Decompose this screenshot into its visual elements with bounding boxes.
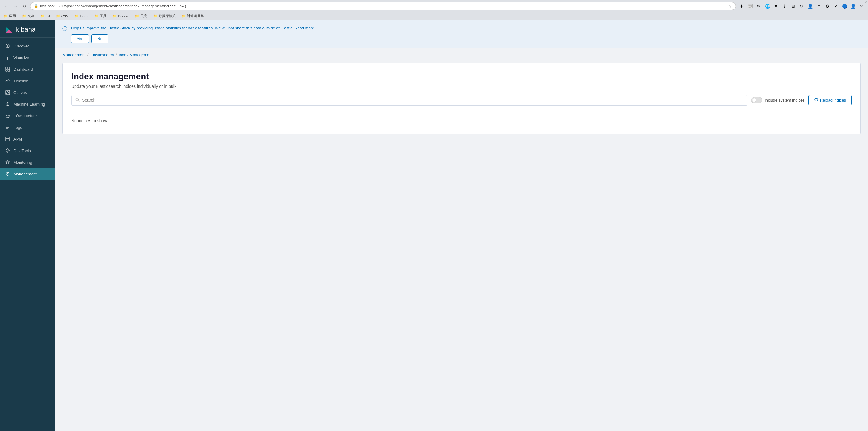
sidebar-item-label: Discover (13, 44, 29, 48)
extension-grid[interactable]: ⊞ (789, 2, 797, 10)
bookmark-apps[interactable]: 📁 应用 (2, 13, 17, 19)
sidebar-item-label: Canvas (13, 90, 27, 95)
bookmark-tools[interactable]: 📁 工具 (93, 13, 108, 19)
sidebar-item-machine-learning[interactable]: Machine Learning (0, 98, 55, 110)
forward-button[interactable]: → (11, 2, 19, 10)
folder-icon: 📁 (182, 14, 186, 18)
yes-button[interactable]: Yes (71, 34, 89, 43)
bookmark-js[interactable]: 📁 JS (39, 13, 51, 19)
extension-eye[interactable]: 👁 (755, 2, 763, 10)
toggle-switch[interactable] (751, 97, 762, 103)
no-indices-message: No indices to show (71, 116, 852, 125)
folder-icon: 📁 (113, 14, 117, 18)
sidebar-item-visualize[interactable]: Visualize (0, 52, 55, 63)
system-indices-toggle: ✕ Include system indices (751, 97, 805, 103)
bookmarks-bar: 📁 应用 📁 文档 📁 JS 📁 CSS 📁 Linux 📁 工具 📁 Dock… (0, 12, 868, 20)
svg-point-32 (76, 98, 79, 101)
svg-rect-5 (7, 57, 8, 60)
sidebar-item-logs[interactable]: Logs (0, 121, 55, 133)
sidebar-item-label: APM (13, 137, 22, 141)
extension-globe[interactable]: 🌐 (764, 2, 771, 10)
sidebar-item-apm[interactable]: APM (0, 133, 55, 145)
bookmark-label: Linux (80, 15, 88, 18)
bookmark-shell[interactable]: 📁 贝壳 (134, 13, 148, 19)
sidebar-item-label: Dev Tools (13, 148, 31, 153)
bookmark-label: 工具 (100, 14, 106, 18)
extension-blue[interactable]: 🔵 (840, 2, 848, 10)
breadcrumb-index-management[interactable]: Index Management (119, 53, 153, 57)
search-input[interactable] (82, 98, 744, 103)
folder-icon: 📁 (153, 14, 157, 18)
infrastructure-icon (5, 113, 10, 118)
visualize-icon (5, 55, 10, 60)
bookmark-network[interactable]: 📁 计算机网络 (181, 13, 205, 19)
sidebar-item-timelion[interactable]: Timelion (0, 75, 55, 87)
svg-point-20 (6, 149, 9, 152)
reload-icon (814, 98, 818, 103)
telemetry-banner: ⓘ Help us improve the Elastic Stack by p… (55, 20, 868, 48)
extension-settings[interactable]: ⚙ (823, 2, 831, 10)
sidebar-item-label: Infrastructure (13, 114, 37, 118)
svg-rect-9 (5, 69, 7, 71)
dev-tools-icon (5, 148, 10, 153)
svg-point-3 (7, 45, 8, 47)
logs-icon (5, 124, 10, 130)
no-button[interactable]: No (91, 34, 108, 43)
sidebar-item-label: Monitoring (13, 160, 32, 165)
extension-list[interactable]: ≡ (815, 2, 823, 10)
reload-browser-button[interactable]: ↻ (21, 2, 28, 10)
sidebar-item-canvas[interactable]: Canvas (0, 87, 55, 98)
back-button[interactable]: ← (2, 2, 10, 10)
folder-icon: 📁 (56, 14, 60, 18)
svg-rect-4 (5, 58, 6, 60)
sidebar-item-discover[interactable]: Discover (0, 40, 55, 52)
browser-extensions: ⬇ 📰 👁 🌐 ▼ ℹ ⊞ ⟳ 👤 ≡ ⚙ V 🔵 👤 ✕ (738, 2, 866, 10)
system-indices-label: Include system indices (765, 98, 805, 103)
extension-info[interactable]: ℹ (780, 2, 788, 10)
apm-icon (5, 136, 10, 142)
folder-icon: 📁 (74, 14, 79, 18)
sidebar-item-dev-tools[interactable]: Dev Tools (0, 145, 55, 156)
svg-rect-19 (5, 137, 10, 141)
search-box[interactable] (71, 95, 747, 106)
machine-learning-icon (5, 101, 10, 107)
app-container: kibana Discover (0, 20, 868, 431)
sidebar-item-infrastructure[interactable]: Infrastructure (0, 110, 55, 121)
bookmark-css[interactable]: 📁 CSS (55, 13, 70, 19)
sidebar-item-label: Machine Learning (13, 102, 45, 107)
extension-v[interactable]: V (832, 2, 840, 10)
bookmark-star-icon[interactable]: ☆ (728, 4, 732, 8)
url-text: localhost:5601/app/kibana#/management/el… (40, 4, 726, 8)
svg-rect-6 (8, 56, 9, 60)
breadcrumb-sep-1: / (88, 53, 88, 57)
bookmark-label: Docker (118, 15, 129, 18)
breadcrumb-elasticsearch[interactable]: Elasticsearch (90, 53, 114, 57)
extension-rss[interactable]: 📰 (746, 2, 754, 10)
sidebar-item-monitoring[interactable]: Monitoring (0, 156, 55, 168)
breadcrumb: Management / Elasticsearch / Index Manag… (55, 48, 868, 60)
sidebar-item-label: Visualize (13, 55, 29, 60)
svg-rect-10 (8, 69, 10, 71)
page-subtitle: Update your Elasticsearch indices indivi… (71, 84, 852, 89)
folder-icon: 📁 (4, 14, 8, 18)
svg-line-33 (78, 100, 80, 102)
bookmark-docker[interactable]: 📁 Docker (111, 13, 130, 19)
breadcrumb-management[interactable]: Management (62, 53, 86, 57)
sidebar-item-label: Logs (13, 125, 22, 130)
bookmark-docs[interactable]: 📁 文档 (21, 13, 35, 19)
extension-refresh[interactable]: ⟳ (798, 2, 806, 10)
sidebar-item-dashboard[interactable]: Dashboard (0, 63, 55, 75)
main-content: ⓘ Help us improve the Elastic Stack by p… (55, 20, 868, 431)
reload-indices-button[interactable]: Reload indices (808, 95, 852, 105)
extension-person[interactable]: 👤 (806, 2, 814, 10)
address-bar[interactable]: 🔒 localhost:5601/app/kibana#/management/… (30, 2, 736, 10)
reload-label: Reload indices (820, 98, 846, 103)
extension-triangle[interactable]: ▼ (772, 2, 780, 10)
sidebar-item-management[interactable]: Management (0, 168, 55, 180)
extension-download[interactable]: ⬇ (738, 2, 746, 10)
extension-avatar[interactable]: 👤 (849, 2, 857, 10)
page-title: Index management (71, 71, 852, 81)
info-circle-icon: ⓘ (62, 26, 67, 32)
bookmark-linux[interactable]: 📁 Linux (73, 13, 89, 19)
bookmark-database[interactable]: 📁 数据库相关 (152, 13, 177, 19)
